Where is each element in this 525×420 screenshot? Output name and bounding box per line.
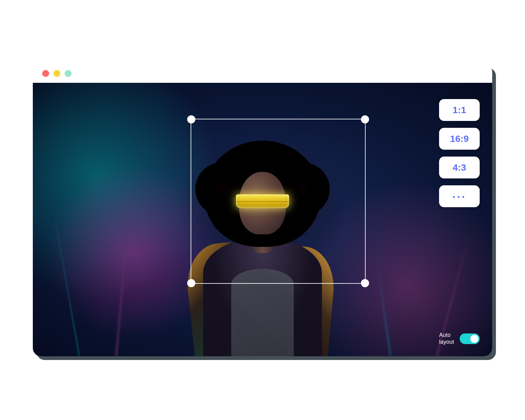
browser-window: 1:1 16:9 4:3 ... Auto layout (33, 64, 492, 356)
editor-canvas[interactable]: 1:1 16:9 4:3 ... Auto layout (33, 83, 492, 356)
crop-handle-bottom-right[interactable] (361, 279, 369, 287)
zoom-window-button[interactable] (65, 70, 72, 77)
aspect-ratio-panel: 1:1 16:9 4:3 ... (439, 99, 480, 207)
window-title-bar (33, 64, 492, 83)
close-window-button[interactable] (42, 70, 49, 77)
auto-layout-toggle[interactable] (460, 333, 480, 344)
crop-handle-bottom-left[interactable] (187, 279, 195, 287)
auto-layout-label: Auto layout (439, 332, 454, 345)
photo-subject (175, 119, 350, 356)
ratio-16-9-button[interactable]: 16:9 (439, 128, 480, 150)
ratio-4-3-button[interactable]: 4:3 (439, 157, 480, 178)
ratio-1-1-button[interactable]: 1:1 (439, 99, 480, 121)
minimize-window-button[interactable] (53, 70, 60, 77)
crop-handle-top-right[interactable] (361, 115, 369, 123)
visor-glasses (236, 194, 289, 208)
ratio-more-button[interactable]: ... (439, 185, 480, 207)
photo-background (33, 83, 492, 356)
toggle-knob-icon (470, 335, 478, 343)
auto-layout-control: Auto layout (439, 332, 480, 345)
crop-handle-top-left[interactable] (187, 115, 195, 123)
